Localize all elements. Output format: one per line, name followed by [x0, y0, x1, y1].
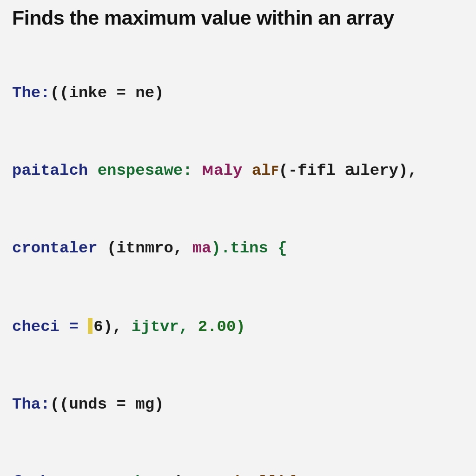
code-block: The:((inke = ne) paitalch enspesawe: ᴍal…: [12, 38, 464, 476]
token-special: ᴍaly: [202, 162, 242, 179]
token-keyword: Tha:: [12, 396, 50, 413]
token-plain: inn,: [173, 473, 212, 476]
token-keyword: crontaler: [12, 239, 98, 257]
token-keyword: paitalch: [12, 162, 88, 179]
token-method: ).tins {: [212, 239, 287, 257]
token-ident: than: [126, 473, 164, 476]
token-ident: enspesawe:: [98, 162, 192, 179]
token-plain: 6),: [93, 318, 122, 336]
token-plain: (itnmro,: [107, 239, 183, 257]
page-title: Finds the maximum value within an array: [12, 7, 464, 29]
token-keyword: fush: [12, 473, 50, 476]
code-line-5: Tha:((unds = mg): [12, 397, 464, 412]
token-plain: ((inke = ne): [50, 84, 164, 102]
code-line-2: paitalch enspesawe: ᴍaly alꜰ(-fifl ꜷlery…: [12, 163, 464, 178]
token-method: .rdvall){: [212, 473, 297, 476]
code-line-3: crontaler (itnmro, ma).tins {: [12, 240, 464, 256]
token-plain: ((unds = mg): [50, 396, 164, 413]
text-cursor: [88, 318, 93, 334]
token-arg: ma: [192, 239, 212, 257]
token-ident: seues:: [60, 473, 116, 476]
token-special: alꜰ: [252, 162, 279, 179]
code-document: Finds the maximum value within an array …: [0, 0, 476, 476]
code-line-1: The:((inke = ne): [12, 85, 464, 101]
token-ident: ijtvr,: [132, 318, 188, 336]
code-line-6: fush seues: than inn,.rdvall){: [12, 474, 464, 476]
token-keyword: checi =: [12, 318, 88, 336]
code-line-4: checi = 6), ijtvr, 2.00): [12, 318, 464, 335]
token-plain: (-fifl ꜷlery),: [279, 162, 417, 179]
token-number: 2.00): [198, 318, 245, 336]
token-keyword: The:: [12, 84, 50, 102]
